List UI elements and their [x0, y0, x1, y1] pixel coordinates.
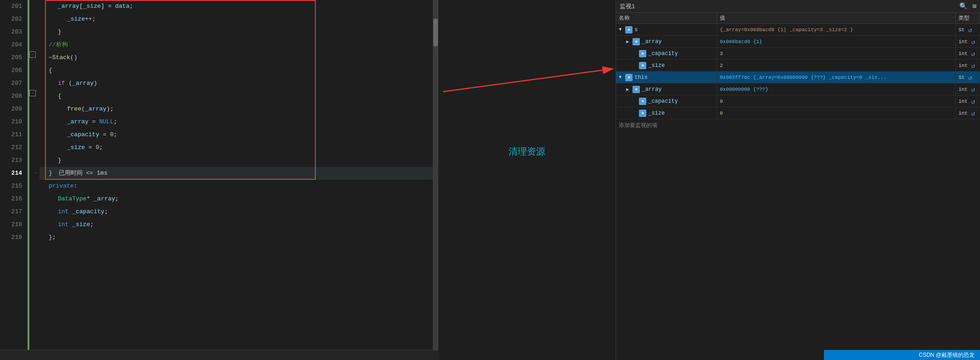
watch-cell-s-name: ◈ s [616, 24, 717, 35]
watch-name-this-size: _size [648, 110, 665, 116]
expand-arrow-s-array[interactable] [626, 39, 633, 44]
var-icon-this: ◈ [625, 74, 633, 81]
svg-line-1 [443, 69, 613, 92]
code-line-205: ~Stack() [39, 51, 433, 64]
add-watch-row[interactable]: 添加要监视的项 [616, 119, 980, 131]
code-line-204: //析构 [39, 39, 433, 51]
gutter: - - [28, 0, 36, 350]
code-line-210: _array = NULL; [39, 116, 433, 128]
watch-name-s-array: _array [642, 39, 661, 45]
watch-cell-s-size-name: ◈ _size [616, 60, 717, 71]
watch-cell-s-size-type: int ↺ [956, 60, 980, 71]
annotation-area: 清理资源 [438, 0, 616, 360]
watch-cell-this-name: ◈ this [616, 72, 717, 83]
col-header-name: 名称 [616, 13, 717, 23]
annotation-label: 清理资源 [509, 145, 545, 157]
watch-cell-this-size-name: ◈ _size [616, 107, 717, 119]
watch-panel: 监视1 🔍 ⊞ 名称 值 类型 ◈ s {_array=0x008bacd0 {… [616, 0, 980, 360]
columns-btn[interactable]: ⊞ [973, 2, 976, 10]
watch-cell-this-value: 0x003ff76c {_array=0x00000000 {???} _cap… [717, 72, 956, 83]
credits-text: CSDN @戴墨镜的恐龙 [918, 351, 974, 359]
watch-name-s-capacity: _capacity [648, 50, 678, 57]
line-numbers: 201 202 203 204 205 206 207 208 209 210 … [0, 0, 28, 350]
watch-name-s-size: _size [648, 62, 665, 69]
search-watch-btn[interactable]: 🔍 [959, 2, 967, 10]
watch-panel-header: 监视1 🔍 ⊞ [616, 0, 980, 13]
watch-name-this: this [634, 74, 648, 81]
code-line-201: _array[_size] = data; [39, 0, 433, 13]
watch-row-this-size[interactable]: ◈ _size 0 int ↺ [616, 107, 980, 119]
col-header-type: 类型 [956, 13, 980, 23]
watch-cell-s-capacity-name: ◈ _capacity [616, 48, 717, 59]
watch-row-s-size[interactable]: ◈ _size 2 int ↺ [616, 60, 980, 72]
collapse-btn-205[interactable]: - [29, 51, 36, 58]
code-line-215: private: [39, 180, 433, 193]
watch-name-this-array: _array [642, 86, 661, 93]
code-line-214: ➤ } 已用时间 <= 1ms [39, 167, 433, 180]
refresh-s-size[interactable]: ↺ [969, 62, 977, 69]
refresh-this-array[interactable]: ↺ [969, 86, 977, 93]
expand-arrow-this-array[interactable] [626, 87, 633, 92]
code-line-207: if (_array) [39, 77, 433, 90]
watch-row-this[interactable]: ◈ this 0x003ff76c {_array=0x00000000 {??… [616, 72, 980, 83]
refresh-this-size[interactable]: ↺ [969, 110, 977, 117]
refresh-s-array[interactable]: ↺ [969, 38, 977, 45]
watch-cell-this-array-name: ◈ _array [616, 83, 717, 95]
var-icon-s: ◈ [625, 26, 633, 33]
var-icon-this-size: ◈ [639, 110, 646, 117]
code-line-217: int _capacity; [39, 205, 433, 218]
collapse-btn-207[interactable]: - [29, 90, 36, 96]
var-icon-this-capacity: ◈ [639, 98, 646, 105]
vertical-scrollbar[interactable] [433, 0, 438, 350]
watch-cell-s-array-value: 0x008bacd0 {1} [717, 36, 956, 47]
col-header-value: 值 [717, 13, 956, 23]
code-line-211: _capacity = 0; [39, 128, 433, 141]
watch-cell-this-array-type: int ↺ [956, 83, 980, 95]
code-line-209: free(_array); [39, 103, 433, 116]
watch-cell-this-array-value: 0x00000000 {???} [717, 83, 956, 95]
watch-cell-this-capacity-value: 0 [717, 95, 956, 107]
var-icon-s-size: ◈ [639, 62, 646, 69]
scrollbar-thumb[interactable] [433, 19, 438, 46]
watch-row-s-array[interactable]: ◈ _array 0x008bacd0 {1} int ↺ [616, 36, 980, 48]
timing-bar [0, 350, 438, 360]
code-line-202: _size++; [39, 13, 433, 26]
credits-bar: CSDN @戴墨镜的恐龙 [824, 350, 980, 360]
watch-name-this-capacity: _capacity [648, 98, 678, 105]
var-icon-s-array: ◈ [633, 38, 640, 45]
code-line-203: } [39, 26, 433, 39]
watch-cell-s-size-value: 2 [717, 60, 956, 71]
refresh-s[interactable]: ↺ [966, 26, 974, 33]
refresh-this[interactable]: ↺ [966, 74, 974, 81]
code-editor: 201 202 203 204 205 206 207 208 209 210 … [0, 0, 438, 360]
watch-row-this-capacity[interactable]: ◈ _capacity 0 int ↺ [616, 95, 980, 107]
refresh-this-capacity[interactable]: ↺ [969, 98, 977, 105]
watch-name-s: s [634, 27, 638, 33]
code-line-216: DataType* _array; [39, 193, 433, 205]
watch-cell-this-capacity-type: int ↺ [956, 95, 980, 107]
watch-cell-s-array-type: int ↺ [956, 36, 980, 47]
var-icon-this-array: ◈ [633, 86, 640, 93]
watch-cell-s-capacity-type: int ↺ [956, 48, 980, 59]
var-icon-s-capacity: ◈ [639, 50, 646, 57]
arrow-svg [438, 0, 622, 360]
watch-cell-this-capacity-name: ◈ _capacity [616, 95, 717, 107]
watch-row-s[interactable]: ◈ s {_array=0x008bacd0 {1} _capacity=3 _… [616, 24, 980, 36]
watch-cell-s-capacity-value: 3 [717, 48, 956, 59]
watch-cell-this-size-value: 0 [717, 107, 956, 119]
watch-cell-this-size-type: int ↺ [956, 107, 980, 119]
code-line-206: { [39, 64, 433, 77]
code-line-213: } [39, 154, 433, 167]
code-line-212: _size = 0; [39, 141, 433, 154]
watch-cell-s-array-name: ◈ _array [616, 36, 717, 47]
code-line-208: { [39, 90, 433, 103]
watch-cell-s-value: {_array=0x008bacd0 {1} _capacity=3 _size… [717, 24, 956, 35]
watch-row-s-capacity[interactable]: ◈ _capacity 3 int ↺ [616, 48, 980, 60]
watch-col-headers: 名称 值 类型 [616, 13, 980, 24]
code-content: _array[_size] = data; _size++; } //析构 ~S… [36, 0, 433, 350]
watch-cell-s-type: St ↺ [956, 24, 980, 35]
refresh-s-capacity[interactable]: ↺ [969, 50, 977, 57]
watch-row-this-array[interactable]: ◈ _array 0x00000000 {???} int ↺ [616, 83, 980, 95]
code-line-218: int _size; [39, 218, 433, 231]
watch-cell-this-type: St ↺ [956, 72, 980, 83]
